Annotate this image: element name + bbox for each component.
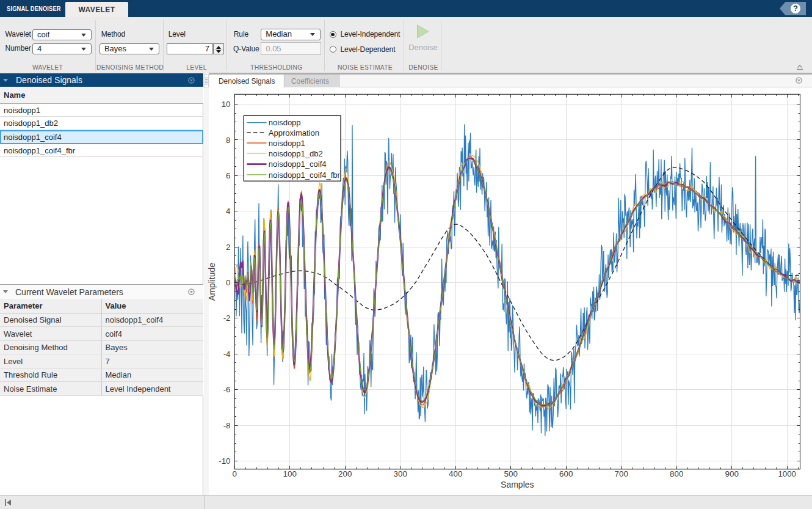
svg-text:-2: -2	[223, 313, 231, 323]
svg-text:10: 10	[222, 100, 231, 109]
svg-text:700: 700	[615, 469, 628, 478]
svg-text:0: 0	[226, 278, 230, 287]
svg-text:300: 300	[394, 469, 407, 478]
svg-text:-10: -10	[219, 456, 230, 466]
svg-text:200: 200	[338, 469, 352, 478]
svg-text:noisdopp1: noisdopp1	[269, 139, 305, 148]
svg-text:8: 8	[226, 136, 230, 145]
svg-text:0: 0	[232, 469, 236, 478]
svg-text:600: 600	[559, 469, 573, 478]
svg-text:noisdopp1_coif4: noisdopp1_coif4	[269, 159, 327, 169]
svg-text:6: 6	[226, 171, 230, 180]
svg-text:4: 4	[226, 207, 230, 216]
svg-text:Approximation: Approximation	[269, 128, 319, 137]
svg-text:400: 400	[449, 469, 462, 478]
svg-text:900: 900	[725, 469, 739, 478]
svg-text:Amplitude: Amplitude	[207, 263, 217, 301]
svg-text:noisdopp: noisdopp	[269, 118, 301, 127]
svg-text:Samples: Samples	[501, 480, 534, 489]
svg-text:-6: -6	[223, 385, 231, 394]
svg-text:-8: -8	[223, 421, 231, 430]
svg-text:noisdopp1_coif4_fbr: noisdopp1_coif4_fbr	[269, 170, 341, 180]
svg-text:2: 2	[226, 243, 230, 252]
svg-text:500: 500	[504, 469, 518, 478]
svg-text:1000: 1000	[778, 469, 796, 478]
svg-text:800: 800	[670, 469, 683, 478]
svg-text:-4: -4	[223, 350, 231, 359]
svg-text:noisdopp1_db2: noisdopp1_db2	[269, 149, 323, 158]
svg-text:100: 100	[283, 469, 297, 478]
